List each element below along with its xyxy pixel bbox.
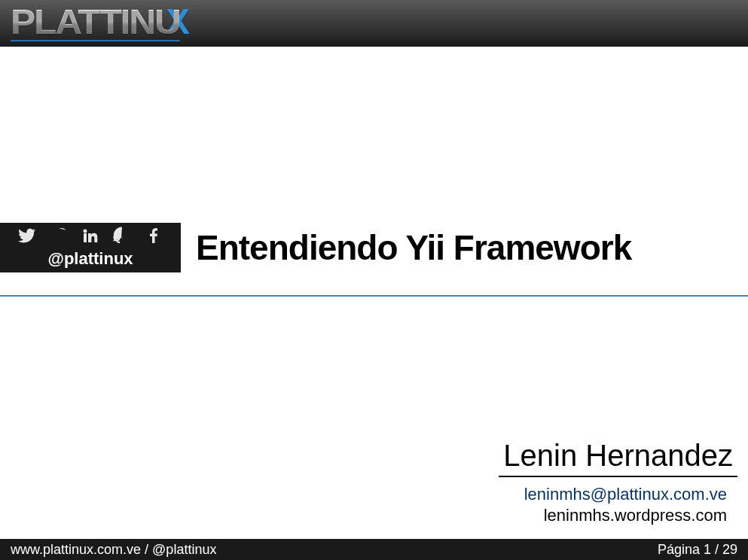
footer-separator: / xyxy=(141,542,152,557)
footer-website: www.plattinux.com.ve xyxy=(11,542,141,557)
footer-left: www.plattinux.com.ve / @plattinux xyxy=(11,542,216,558)
footer-bar: www.plattinux.com.ve / @plattinux Página… xyxy=(0,539,748,560)
slide: PLATTINU X @ xyxy=(0,0,748,560)
social-icons-row xyxy=(18,227,163,248)
author-name: Lenin Hernandez xyxy=(499,439,737,477)
linkedin-icon xyxy=(81,227,99,248)
author-email: leninmhs@plattinux.com.ve xyxy=(499,485,737,504)
facebook-icon xyxy=(145,227,163,248)
instagram-icon xyxy=(50,227,68,248)
brand-logo: PLATTINU X xyxy=(11,5,188,41)
slide-title: Entendiendo Yii Framework xyxy=(181,227,631,268)
footer-handle: @plattinux xyxy=(152,542,216,557)
author-block: Lenin Hernandez leninmhs@plattinux.com.v… xyxy=(499,439,737,525)
social-box: @plattinux xyxy=(0,223,181,272)
social-handle: @plattinux xyxy=(47,249,133,269)
title-underline xyxy=(0,295,748,297)
author-site: leninmhs.wordpress.com xyxy=(499,506,737,525)
title-band: @plattinux Entendiendo Yii Framework xyxy=(0,223,748,272)
brand-name: PLATTINU xyxy=(11,7,180,41)
header-bar: PLATTINU X xyxy=(0,0,748,47)
github-icon xyxy=(113,227,131,248)
footer-page: Página 1 / 29 xyxy=(658,542,737,558)
twitter-icon xyxy=(18,227,36,248)
